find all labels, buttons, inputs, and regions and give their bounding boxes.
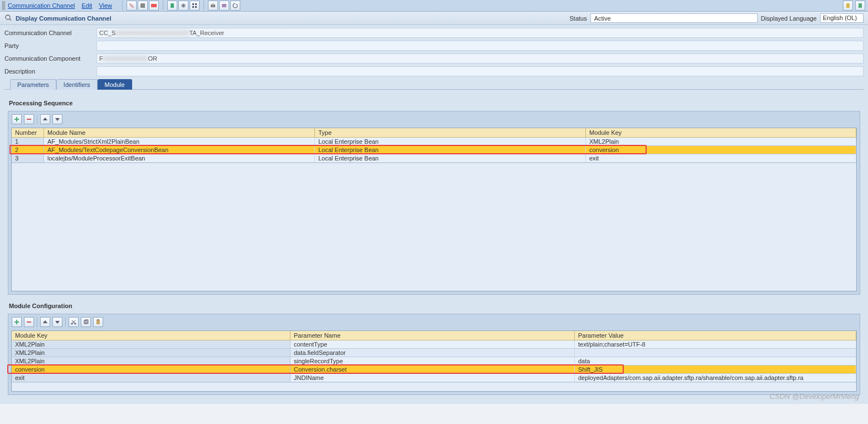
object-icon[interactable] — [190, 1, 200, 11]
svg-point-12 — [6, 15, 10, 20]
communication-component-label: Communication Component — [4, 55, 96, 62]
svg-rect-17 — [16, 320, 17, 324]
communication-channel-label: Communication Channel — [4, 30, 96, 36]
delete-row-icon[interactable] — [24, 114, 34, 124]
svg-rect-9 — [212, 3, 214, 5]
page-title: Display Communication Channel — [16, 15, 111, 22]
status-label: Status — [570, 15, 587, 22]
module-configuration-panel: Module Key Parameter Name Parameter Valu… — [8, 314, 860, 395]
table-row[interactable]: conversionConversion.charsetShift_JIS — [12, 365, 856, 374]
svg-rect-23 — [96, 320, 100, 324]
col-parameter-value[interactable]: Parameter Value — [575, 331, 856, 340]
table-row[interactable]: XML2Plaindata.fieldSeparator — [12, 349, 856, 357]
toolbar-icon-3[interactable] — [149, 1, 159, 11]
tab-strip: Parameters Identifiers Module — [4, 79, 864, 90]
col-module-name[interactable]: Module Name — [44, 128, 315, 137]
where-used-icon[interactable] — [178, 1, 188, 11]
module-configuration-title: Module Configuration — [8, 303, 860, 309]
col-module-key[interactable]: Module Key — [586, 128, 856, 137]
svg-rect-6 — [192, 6, 194, 8]
displayed-language-select[interactable]: English (OL) — [820, 13, 864, 23]
tab-identifiers[interactable]: Identifiers — [56, 79, 98, 90]
refresh-icon[interactable] — [230, 1, 240, 11]
svg-rect-2 — [154, 4, 157, 7]
header-form: Communication Channel CC_SXXXXXXXXXXXXXX… — [0, 25, 868, 94]
communication-channel-field[interactable]: CC_SXXXXXXXXXXXXXXXXXXTA_Receiver — [96, 28, 864, 38]
table-row[interactable]: XML2PlaincontentTypetext/plain;charset=U… — [12, 340, 856, 349]
grid-empty-area-2 — [12, 382, 856, 391]
tab-module[interactable]: Module — [98, 79, 132, 90]
svg-rect-7 — [195, 6, 197, 8]
communication-component-field[interactable]: FXXXXXXXXXXXOR — [96, 53, 864, 64]
cut-icon[interactable] — [69, 317, 79, 327]
processing-sequence-panel: Number Module Name Type Module Key 1AF_M… — [8, 111, 860, 295]
svg-rect-5 — [195, 3, 197, 5]
processing-sequence-grid: Number Module Name Type Module Key 1AF_M… — [11, 128, 857, 291]
table-row[interactable]: 1AF_Modules/StrictXml2PlainBeanLocal Ent… — [12, 138, 856, 146]
page-header: Display Communication Channel Status Act… — [0, 12, 868, 25]
svg-rect-11 — [859, 3, 862, 8]
table-row[interactable]: XML2PlainsingleRecordTypedata — [12, 357, 856, 365]
svg-rect-3 — [171, 3, 174, 8]
page-icon[interactable] — [167, 1, 177, 11]
toolbar-right-2[interactable] — [855, 1, 865, 11]
processing-sequence-title: Processing Sequence — [8, 100, 860, 106]
col-module-key-2[interactable]: Module Key — [12, 331, 290, 340]
party-label: Party — [4, 42, 96, 49]
paste-icon[interactable] — [93, 317, 103, 327]
menu-edit[interactable]: Edit — [81, 2, 92, 9]
menu-bar: Communication Channel Edit View — [0, 0, 868, 12]
add-row-icon[interactable] — [12, 114, 22, 124]
svg-rect-14 — [16, 117, 17, 121]
add-row-icon-2[interactable] — [12, 317, 22, 327]
move-down-icon[interactable] — [52, 114, 62, 124]
svg-rect-24 — [97, 319, 99, 320]
col-number[interactable]: Number — [12, 128, 44, 137]
move-up-icon-2[interactable] — [40, 317, 50, 327]
displayed-language-label: Displayed Language — [761, 15, 817, 22]
svg-rect-1 — [151, 4, 154, 7]
status-value: Active — [590, 13, 758, 23]
copy-icon[interactable] — [81, 317, 91, 327]
toolbar-icon-2[interactable] — [138, 1, 148, 11]
delete-row-icon-2[interactable] — [24, 317, 34, 327]
print-icon[interactable] — [208, 1, 218, 11]
description-field[interactable] — [96, 66, 864, 76]
module-configuration-grid: Module Key Parameter Name Parameter Valu… — [11, 330, 857, 392]
tab-parameters[interactable]: Parameters — [10, 79, 56, 90]
col-parameter-name[interactable]: Parameter Name — [290, 331, 575, 340]
svg-rect-15 — [27, 119, 31, 120]
menu-communication-channel[interactable]: Communication Channel — [8, 2, 75, 9]
svg-rect-18 — [27, 321, 31, 323]
svg-rect-4 — [192, 3, 194, 5]
table-row[interactable]: 2AF_Modules/TextCodepageConversionBeanLo… — [12, 146, 856, 154]
menu-view[interactable]: View — [99, 2, 112, 9]
book-icon[interactable] — [219, 1, 229, 11]
toolbar-icon-1[interactable] — [127, 1, 137, 11]
svg-rect-0 — [140, 3, 145, 8]
display-icon — [4, 14, 12, 23]
drag-handle-icon — [2, 1, 6, 10]
svg-rect-10 — [846, 3, 850, 8]
party-field[interactable] — [96, 41, 864, 51]
grid-empty-area — [12, 163, 856, 291]
move-up-icon[interactable] — [40, 114, 50, 124]
toolbar-right-1[interactable] — [843, 1, 853, 11]
description-label: Description — [4, 68, 96, 75]
table-row[interactable]: 3localejbs/ModuleProcessorExitBeanLocal … — [12, 154, 856, 163]
col-type[interactable]: Type — [315, 128, 586, 137]
table-row[interactable]: exitJNDINamedeployedAdapters/com.sap.aii… — [12, 374, 856, 382]
move-down-icon-2[interactable] — [52, 317, 62, 327]
